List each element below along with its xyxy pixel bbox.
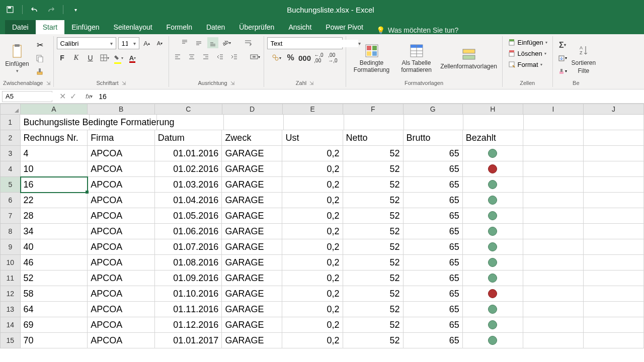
align-bottom-button[interactable] — [207, 37, 218, 48]
cell[interactable] — [523, 224, 584, 239]
tab-powerpivot[interactable]: Power Pivot — [318, 20, 370, 34]
cell[interactable]: 52 — [343, 161, 404, 177]
cell[interactable] — [523, 302, 584, 317]
cell[interactable]: 0,2 — [282, 270, 343, 286]
cell[interactable]: Firma — [88, 130, 155, 146]
cell[interactable] — [584, 161, 644, 177]
cell[interactable]: 65 — [404, 193, 463, 208]
cell[interactable] — [463, 239, 523, 255]
cell[interactable]: APCOA — [88, 208, 155, 224]
increase-indent-button[interactable] — [228, 51, 239, 62]
cell[interactable] — [284, 115, 344, 130]
tab-data[interactable]: Daten — [199, 20, 232, 34]
row-header[interactable]: 1 — [0, 115, 20, 130]
font-size-combo[interactable]: ▾ — [118, 37, 139, 49]
confirm-icon[interactable]: ✓ — [70, 92, 76, 101]
col-header-b[interactable]: B — [88, 104, 155, 115]
cell[interactable]: Netto — [343, 130, 404, 146]
cell[interactable] — [463, 270, 523, 286]
cancel-icon[interactable]: ✕ — [59, 92, 66, 101]
align-center-button[interactable] — [186, 51, 197, 62]
row-header[interactable]: 2 — [0, 130, 21, 146]
number-dialog-icon[interactable]: ⇲ — [309, 80, 313, 86]
cell[interactable]: 52 — [343, 255, 404, 270]
col-header-i[interactable]: I — [523, 104, 584, 115]
cell[interactable] — [523, 333, 584, 348]
cell[interactable]: Buchungsliste Bedingte Formatierung — [20, 115, 90, 130]
cell[interactable] — [523, 193, 584, 208]
cell[interactable] — [584, 115, 644, 130]
cell[interactable]: 4 — [21, 146, 88, 161]
cell[interactable]: GARAGE — [222, 208, 282, 224]
cell[interactable]: 01.05.2016 — [155, 208, 222, 224]
cell[interactable]: 52 — [343, 239, 404, 255]
cell[interactable]: 52 — [343, 270, 404, 286]
chevron-down-icon[interactable]: ▾ — [131, 41, 139, 46]
decrease-font-button[interactable]: A▾ — [154, 38, 166, 49]
cell[interactable]: GARAGE — [222, 270, 282, 286]
cell[interactable] — [463, 255, 523, 270]
cell[interactable]: 28 — [21, 208, 88, 224]
cell[interactable]: APCOA — [88, 146, 155, 161]
cell[interactable]: 16 — [21, 177, 88, 193]
cell[interactable]: 65 — [404, 161, 463, 177]
cell[interactable] — [224, 115, 284, 130]
row-header[interactable]: 15 — [0, 333, 21, 348]
font-dialog-icon[interactable]: ⇲ — [122, 80, 126, 86]
cell[interactable]: 01.07.2016 — [155, 239, 222, 255]
cell[interactable]: GARAGE — [222, 239, 282, 255]
cell[interactable]: 52 — [343, 208, 404, 224]
spreadsheet-grid[interactable]: A B C D E F G H I J 1Buchungsliste Bedin… — [0, 104, 644, 348]
cell[interactable]: APCOA — [88, 161, 155, 177]
col-header-g[interactable]: G — [404, 104, 463, 115]
cell[interactable] — [463, 115, 524, 130]
cell[interactable] — [584, 177, 644, 193]
wrap-text-button[interactable] — [243, 37, 254, 48]
autosum-button[interactable]: Σ▾ — [556, 40, 569, 51]
cell[interactable] — [157, 115, 224, 130]
format-cells-button[interactable]: Format▾ — [506, 59, 544, 69]
redo-button[interactable] — [45, 4, 57, 16]
cell[interactable]: Brutto — [404, 130, 463, 146]
cell[interactable]: 0,2 — [282, 208, 343, 224]
align-middle-button[interactable] — [193, 37, 204, 48]
cell[interactable] — [463, 286, 523, 302]
cell[interactable]: GARAGE — [222, 302, 282, 317]
percent-button[interactable]: % — [285, 52, 296, 63]
paste-button[interactable]: Einfügen ▾ — [3, 43, 31, 73]
cell[interactable]: 01.10.2016 — [155, 286, 222, 302]
cell[interactable] — [584, 239, 644, 255]
row-header[interactable]: 8 — [0, 224, 21, 239]
cell[interactable] — [463, 161, 523, 177]
cell[interactable]: APCOA — [88, 302, 155, 317]
cell[interactable]: 34 — [21, 224, 88, 239]
col-header-c[interactable]: C — [155, 104, 222, 115]
cell[interactable]: 0,2 — [282, 146, 343, 161]
fill-button[interactable]: ▾ — [556, 53, 569, 64]
cell[interactable]: 01.09.2016 — [155, 270, 222, 286]
cell[interactable]: GARAGE — [222, 177, 282, 193]
col-header-e[interactable]: E — [283, 104, 343, 115]
tab-home[interactable]: Start — [36, 20, 65, 34]
cell[interactable] — [584, 146, 644, 161]
cell[interactable]: APCOA — [88, 177, 155, 193]
tab-file[interactable]: Datei — [5, 20, 36, 34]
cell[interactable] — [584, 317, 644, 333]
cell[interactable]: 65 — [404, 255, 463, 270]
decrease-indent-button[interactable] — [214, 51, 225, 62]
cell[interactable]: GARAGE — [222, 193, 282, 208]
col-header-h[interactable]: H — [463, 104, 523, 115]
cell[interactable] — [523, 286, 584, 302]
cell[interactable]: 0,2 — [282, 239, 343, 255]
comma-button[interactable]: 000 — [299, 52, 310, 63]
cell[interactable]: 64 — [21, 302, 88, 317]
row-header[interactable]: 10 — [0, 255, 21, 270]
delete-cells-button[interactable]: Löschen▾ — [506, 48, 548, 58]
cell[interactable]: 65 — [404, 333, 463, 348]
cell[interactable]: 0,2 — [282, 193, 343, 208]
cell[interactable] — [584, 302, 644, 317]
cell[interactable]: 0,2 — [282, 286, 343, 302]
cell[interactable] — [463, 146, 523, 161]
cell[interactable]: APCOA — [88, 317, 155, 333]
row-header[interactable]: 12 — [0, 286, 21, 302]
